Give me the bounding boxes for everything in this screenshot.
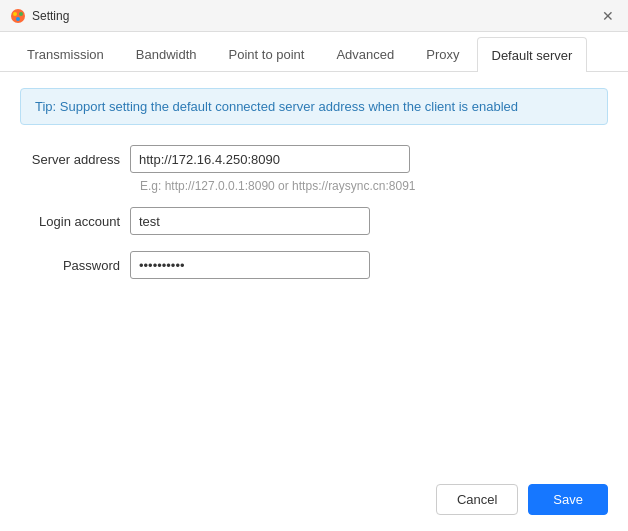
tip-box: Tip: Support setting the default connect… xyxy=(20,88,608,125)
password-row: Password xyxy=(20,251,608,279)
server-address-hint: E.g: http://127.0.0.1:8090 or https://ra… xyxy=(140,179,608,193)
svg-point-3 xyxy=(16,17,20,21)
login-account-input[interactable] xyxy=(130,207,370,235)
window-title: Setting xyxy=(32,9,69,23)
app-icon xyxy=(10,8,26,24)
tab-default-server[interactable]: Default server xyxy=(477,37,588,72)
main-content: Tip: Support setting the default connect… xyxy=(0,72,628,531)
tab-proxy[interactable]: Proxy xyxy=(411,37,474,71)
login-account-label: Login account xyxy=(20,214,130,229)
tip-text: Tip: Support setting the default connect… xyxy=(35,99,518,114)
title-bar: Setting ✕ xyxy=(0,0,628,32)
tab-advanced[interactable]: Advanced xyxy=(321,37,409,71)
tab-bar: Transmission Bandwidth Point to point Ad… xyxy=(0,32,628,72)
svg-point-1 xyxy=(13,12,17,16)
tab-transmission[interactable]: Transmission xyxy=(12,37,119,71)
title-bar-left: Setting xyxy=(10,8,69,24)
tab-point-to-point[interactable]: Point to point xyxy=(214,37,320,71)
close-button[interactable]: ✕ xyxy=(596,4,620,28)
server-address-input[interactable] xyxy=(130,145,410,173)
svg-point-2 xyxy=(19,12,23,16)
cancel-button[interactable]: Cancel xyxy=(436,484,518,515)
server-address-label: Server address xyxy=(20,152,130,167)
save-button[interactable]: Save xyxy=(528,484,608,515)
login-account-row: Login account xyxy=(20,207,608,235)
password-label: Password xyxy=(20,258,130,273)
server-address-row: Server address xyxy=(20,145,608,173)
tab-bandwidth[interactable]: Bandwidth xyxy=(121,37,212,71)
password-input[interactable] xyxy=(130,251,370,279)
footer: Cancel Save xyxy=(436,484,608,515)
